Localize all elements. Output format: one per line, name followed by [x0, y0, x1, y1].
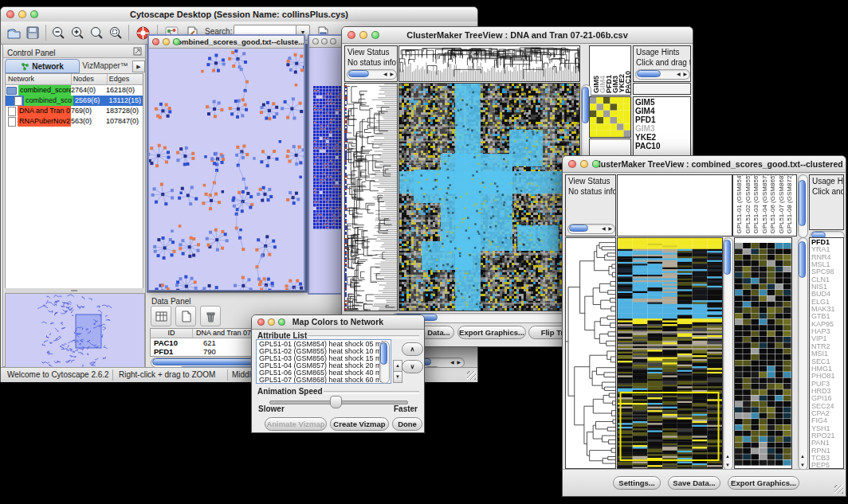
view-status-hscrollbar[interactable]: ◀ ▶: [347, 69, 397, 80]
column-dendrogram-panel[interactable]: [617, 174, 732, 236]
row-label[interactable]: PFD1: [634, 115, 690, 124]
col-header-nodes[interactable]: Nodes: [72, 74, 108, 84]
col-header-network[interactable]: Network: [6, 74, 72, 84]
done-button[interactable]: Done: [392, 417, 422, 431]
close-icon[interactable]: [152, 38, 159, 45]
close-icon[interactable]: [312, 38, 319, 45]
view-status-hscrollbar[interactable]: ◀ ▶: [567, 224, 615, 234]
speed-slider-thumb[interactable]: [330, 396, 342, 408]
labels-vscrollbar[interactable]: [798, 174, 808, 238]
gene-list-panel[interactable]: PFD1YRA1RNR4MSL1SPC98CLN1NIS1BUD4ELG1MAK…: [809, 237, 844, 469]
network-row-selected[interactable]: combined_sco 2569(6) 13112(15): [6, 96, 143, 106]
export-graphics-button[interactable]: Export Graphics...: [728, 476, 799, 490]
resize-grip[interactable]: [467, 371, 476, 380]
column-label[interactable]: GPL51-06 (GSM865): [769, 174, 778, 234]
zoom-in-icon[interactable]: [68, 23, 87, 42]
zoom-window-icon[interactable]: [371, 31, 379, 39]
zoom-heatmap[interactable]: [734, 237, 792, 469]
window-controls[interactable]: [6, 10, 38, 18]
network-canvas[interactable]: [149, 49, 304, 290]
row-label[interactable]: PAC10: [634, 142, 690, 150]
settings-button[interactable]: Settings...: [613, 476, 661, 490]
gene-label[interactable]: PEP5: [810, 462, 843, 469]
move-down-button[interactable]: ∨: [402, 360, 423, 373]
row-label[interactable]: YKE2: [634, 133, 690, 142]
zoom-fit-icon[interactable]: [87, 23, 106, 42]
close-icon[interactable]: [257, 318, 265, 326]
zoom-window-icon[interactable]: [30, 10, 38, 18]
zoom-heatmap-vscrollbar[interactable]: ▲▼: [798, 237, 808, 471]
create-vizmap-button[interactable]: Create Vizmap: [330, 417, 389, 431]
overview-canvas[interactable]: [6, 294, 144, 369]
column-label[interactable]: PAC10: [625, 71, 631, 93]
zoom-window-icon[interactable]: [330, 38, 336, 45]
network-row[interactable]: RNAPuberNov2+! 563(0) 107847(0): [6, 116, 143, 127]
id-column-header[interactable]: ID: [151, 329, 193, 338]
row-label[interactable]: GIM4: [634, 107, 690, 115]
attribute-list-vscrollbar[interactable]: [379, 341, 390, 384]
zoom-selected-icon[interactable]: [106, 23, 125, 42]
minimize-icon[interactable]: [359, 31, 367, 39]
network-row[interactable]: combined_scores 2764(0) 16218(0): [6, 85, 143, 96]
global-heatmap-vscrollbar[interactable]: ▲▼: [723, 237, 733, 471]
scroll-arrows-icon[interactable]: ◀ ▶: [602, 225, 613, 233]
column-labels-panel[interactable]: GIM5GIM4PFD1GIM3YKE2PAC10: [589, 45, 631, 96]
zoom-window-icon[interactable]: [173, 38, 180, 45]
network-row[interactable]: DNA and Tran 07 769(0) 183728(0): [6, 106, 143, 116]
animate-vizmap-button[interactable]: Animate Vizmap: [265, 417, 327, 431]
minimize-icon[interactable]: [163, 38, 170, 45]
tab-vizmapper[interactable]: VizMapper™: [80, 59, 131, 72]
delete-attribute-trash-icon[interactable]: [200, 306, 221, 326]
main-titlebar[interactable]: Cytoscape Desktop (Session Name: collins…: [1, 7, 477, 22]
scroll-corner: [633, 83, 691, 95]
save-data-button[interactable]: Save Data...: [668, 476, 720, 490]
row-dendrogram-panel[interactable]: [344, 83, 398, 311]
scroll-arrows-icon[interactable]: ◀ ▶: [450, 358, 461, 367]
float-panel-icon[interactable]: [133, 47, 142, 56]
column-label[interactable]: GPL51-07 (GSM868): [778, 174, 787, 234]
dense-network-canvas[interactable]: [312, 84, 343, 231]
column-label[interactable]: GPL51-04 (GSM857): [761, 174, 770, 234]
zoom-window-icon[interactable]: [278, 318, 285, 326]
scroll-arrows-icon[interactable]: ▲▼: [800, 452, 806, 470]
column-label[interactable]: GPL51-03 (GSM856): [752, 174, 761, 234]
row-label[interactable]: GIM3: [634, 124, 690, 133]
minimize-icon[interactable]: [268, 318, 275, 326]
column-labels-panel[interactable]: GPL51-01 (GSM854)GPL51-02 (GSM855)GPL51-…: [732, 174, 797, 236]
tab-network[interactable]: Network: [5, 59, 80, 73]
close-icon[interactable]: [568, 160, 576, 168]
scroll-arrows-icon[interactable]: ▲▼: [725, 452, 731, 470]
usage-hints-hscrollbar[interactable]: ◀ ▶: [635, 69, 690, 80]
global-heatmap[interactable]: [617, 237, 723, 469]
attribute-listbox[interactable]: GPL51-01 (GSM854) heat shock 05 minGPL51…: [256, 339, 391, 384]
minimize-icon[interactable]: [321, 38, 328, 45]
col-header-edges[interactable]: Edges: [108, 74, 143, 84]
select-attributes-icon[interactable]: [151, 306, 171, 326]
resize-grip[interactable]: [834, 485, 843, 494]
list-down-arrow-icon[interactable]: ▼: [393, 371, 402, 383]
move-up-button[interactable]: ∧: [402, 342, 423, 356]
zoom-window-icon[interactable]: [592, 160, 600, 168]
column-label[interactable]: GPL51-08 (GSM872): [786, 174, 795, 234]
column-label[interactable]: GPL51-01 (GSM854): [736, 174, 744, 234]
row-dendrogram-panel[interactable]: [565, 237, 616, 469]
new-attribute-icon[interactable]: [175, 306, 196, 326]
export-graphics-button[interactable]: Export Graphics...: [457, 326, 526, 339]
close-icon[interactable]: [6, 10, 14, 18]
attribute-item[interactable]: GPL51-07 (GSM868) heat shock 60 min: [257, 377, 391, 384]
network-overview[interactable]: [5, 293, 145, 369]
open-file-button[interactable]: [4, 23, 23, 42]
scroll-arrows-icon[interactable]: ◀ ▶: [383, 70, 395, 79]
zoom-heatmap-matrix[interactable]: [589, 96, 631, 138]
more-tabs-button[interactable]: ▶: [132, 61, 145, 72]
close-icon[interactable]: [347, 31, 355, 39]
column-label[interactable]: GPL51-02 (GSM855): [744, 174, 753, 234]
global-heatmap[interactable]: [398, 83, 580, 311]
zoom-out-icon[interactable]: [49, 23, 68, 42]
column-dendrogram-panel[interactable]: [398, 45, 580, 82]
save-button[interactable]: [23, 23, 42, 42]
minimize-icon[interactable]: [580, 160, 588, 168]
minimize-icon[interactable]: [18, 10, 26, 18]
scroll-arrows-icon[interactable]: ◀ ▶: [677, 70, 688, 79]
row-label[interactable]: GIM5: [634, 98, 690, 107]
